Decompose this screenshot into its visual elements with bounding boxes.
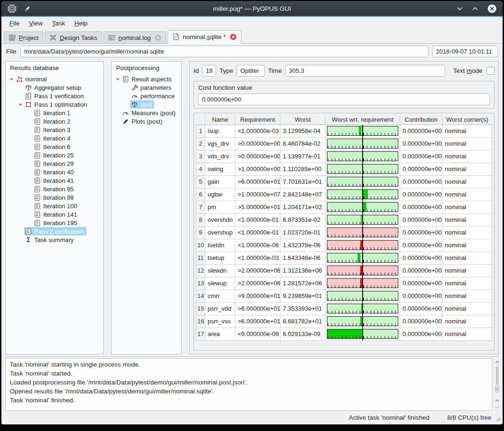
measure-corners: nominal [442, 290, 492, 302]
measure-row-vds_drv[interactable]: 3vds_drv>0.000000e+001.139977e-010.00000… [196, 150, 492, 163]
splitter-right[interactable] [185, 61, 186, 354]
tree-item-parameters[interactable]: parameters [112, 83, 181, 92]
expander-icon[interactable] [16, 102, 24, 107]
tree-item-pass-2-verification[interactable]: Pass 2 verification [6, 227, 103, 235]
measure-row-cmrr[interactable]: 14cmrr>9.000000e+019.239859e+010.000000e… [196, 290, 492, 302]
measure-row-slewup[interactable]: 13slewup>2.000000e+061.281572e+060.00000… [196, 277, 492, 290]
cost-function-input[interactable] [198, 94, 490, 105]
measure-row-isup[interactable]: 1isup<1.000000e-033.129958e-040.000000e+… [196, 125, 492, 137]
tab-close-red-icon[interactable] [230, 33, 237, 40]
file-path-input[interactable] [20, 46, 428, 57]
col-name[interactable]: Name [205, 115, 235, 125]
results-database-title: Results database [6, 62, 103, 73]
list-icon [25, 228, 32, 235]
measure-row-vgs_drv[interactable]: 2vgs_drv>0.000000e+008.460784e-020.00000… [196, 137, 492, 150]
measure-corners: nominal [442, 125, 492, 137]
tree-item-measures-post[interactable]: Measures (post) [112, 109, 181, 117]
tree-item-performance[interactable]: performance [112, 92, 181, 100]
col-worst[interactable]: Worst [280, 115, 326, 125]
col-worst-wrt-requirement[interactable]: Worst wrt. requirement [326, 115, 400, 125]
measure-row-tsetdn[interactable]: 10tsetdn<1.000000e-061.432378e-060.00000… [196, 239, 492, 251]
tree-item-iteration-100[interactable]: Iteration 100 [6, 202, 103, 210]
tree-item-iteration-29[interactable]: Iteration 29 [6, 159, 103, 168]
tree-item-iteration-3[interactable]: Iteration 3 [6, 125, 103, 134]
record-detail-panel: Id Type Time Text mode Cost function val… [189, 61, 499, 354]
measure-row-slewdn[interactable]: 12slewdn>2.000000e+061.312136e+060.00000… [196, 264, 492, 277]
resize-grip[interactable] [495, 416, 501, 423]
tree-item-iteration-141[interactable]: Iteration 141 [6, 210, 103, 219]
measure-row-swing[interactable]: 4swing>1.000000e+001.110285e+000.000000e… [196, 163, 492, 175]
tree-item-task-summary[interactable]: ΣTask summary [6, 235, 103, 244]
tab-nominal-log[interactable]: nominal.log [103, 31, 166, 43]
list-icon [34, 135, 41, 142]
measure-row-area[interactable]: 17area<9.000000e-096.029133e-090.000000e… [196, 328, 492, 340]
time-input[interactable] [285, 65, 445, 77]
list-icon [34, 110, 41, 117]
measure-row-overshup[interactable]: 9overshup<1.000000e-011.023720e-010.0000… [196, 226, 492, 239]
tree-item-iteration-4[interactable]: Iteration 4 [6, 134, 103, 142]
tree-item-iteration-195[interactable]: Iteration 195 [6, 219, 103, 227]
scroll-up2-icon[interactable] [495, 397, 500, 404]
tree-item-iteration-41[interactable]: Iteration 41 [6, 176, 103, 185]
id-input[interactable] [202, 65, 216, 77]
maximize-button[interactable] [472, 5, 479, 12]
expander-icon[interactable] [8, 77, 15, 82]
measure-worst: 2.842148e+07 [280, 188, 326, 201]
requirement-gauge [327, 266, 398, 275]
text-mode-checkbox[interactable] [487, 67, 495, 75]
minimize-button[interactable] [456, 5, 463, 12]
tree-item-iteration-40[interactable]: Iteration 40 [6, 168, 103, 176]
measure-row-gain[interactable]: 5gain>6.000000e+017.701631e+010.000000e+… [196, 175, 492, 188]
tree-item-pass-1-verification[interactable]: Pass 1 verification [6, 92, 103, 100]
scrollbar-grip[interactable] [495, 385, 499, 392]
tree-item-iteration-2[interactable]: Iteration 2 [6, 117, 103, 125]
scrollbar-track[interactable] [495, 365, 499, 397]
measure-row-psrr_vss[interactable]: 16psrr_vss>6.000000e+018.681782e+010.000… [196, 315, 492, 328]
tree-item-plots-post[interactable]: Plots (post) [112, 117, 181, 125]
measure-name: isup [205, 125, 235, 137]
col-worst-corner-s[interactable]: Worst corner(s) [442, 115, 492, 125]
scroll-down-icon[interactable] [495, 404, 500, 410]
tree-item-aggregator-setup[interactable]: Aggregator setup [6, 83, 103, 92]
col-contribution[interactable]: Contribution [400, 115, 442, 125]
menu-task[interactable]: Task [48, 18, 70, 28]
type-input[interactable] [237, 65, 265, 77]
measures-table-header: NameRequirementWorstWorst wrt. requireme… [196, 115, 492, 125]
measure-row-psrr_vdd[interactable]: 15psrr_vdd>6.000000e+017.353393e+010.000… [196, 302, 492, 315]
close-button[interactable] [487, 4, 497, 14]
tab-close-gray-icon[interactable] [155, 34, 162, 41]
scrollbar-thumb[interactable] [496, 366, 498, 384]
tree-item-label: Measures (post) [132, 110, 176, 117]
measure-worst: 6.029133e-09 [280, 328, 326, 340]
tree-item-nominal[interactable]: nominal [6, 75, 103, 83]
pin-icon[interactable] [23, 5, 31, 12]
tab-nominal-sqlite[interactable]: nominal.sqlite * [168, 30, 241, 44]
tree-item-cost[interactable]: cost [112, 100, 181, 109]
tree-item-iteration-25[interactable]: Iteration 25 [6, 151, 103, 159]
tree-item-iteration-95[interactable]: Iteration 95 [6, 185, 103, 193]
log-output[interactable]: Task 'nominal' starting in single proces… [5, 358, 492, 411]
tree-item-result-aspects[interactable]: Result aspects [112, 75, 181, 83]
tree-item-iteration-6[interactable]: Iteration 6 [6, 142, 103, 151]
expander-icon[interactable] [114, 77, 121, 82]
tree-item-iteration-99[interactable]: Iteration 99 [6, 193, 103, 202]
menu-help[interactable]: Help [70, 18, 92, 28]
measure-row-overshdn[interactable]: 8overshdn<1.000000e-016.873351e-020.0000… [196, 213, 492, 226]
tree-item-pass-1-optimization[interactable]: Pass 1 optimization [6, 100, 103, 109]
splitter-left[interactable] [107, 61, 109, 354]
col-requirement[interactable]: Requirement [235, 115, 280, 125]
tab-project[interactable]: Project [4, 31, 43, 43]
menu-file[interactable]: File [5, 18, 24, 28]
tree-item-iteration-1[interactable]: Iteration 1 [6, 109, 103, 117]
measure-row-tsetup[interactable]: 11tsetup<1.000000e-031.643346e-060.00000… [196, 251, 492, 264]
measure-name: overshup [205, 226, 235, 239]
app-chip-icon[interactable] [7, 4, 17, 14]
measure-row-ugbw[interactable]: 6ugbw>1.000000e+072.842148e+070.000000e+… [196, 188, 492, 201]
menu-view[interactable]: View [25, 18, 47, 28]
scroll-up-icon[interactable] [495, 359, 500, 365]
measure-row-pm[interactable]: 7pm>5.000000e+011.204171e+020.000000e+00… [196, 201, 492, 213]
sqlite-file-icon [172, 33, 180, 40]
file-timestamp-input[interactable] [432, 46, 498, 57]
measure-contribution: 0.000000e+00 [400, 163, 442, 175]
tab-design-tasks[interactable]: Design Tasks [45, 31, 102, 43]
